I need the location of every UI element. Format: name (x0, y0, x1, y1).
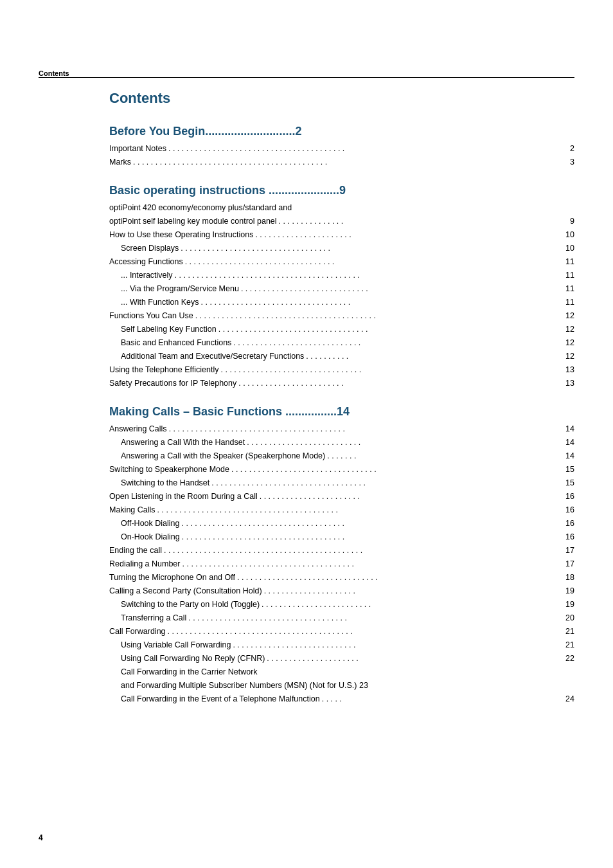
toc-entry: Answering a Call With the Handset . . . … (109, 436, 574, 449)
toc-entry: Ending the call . . . . . . . . . . . . … (109, 544, 574, 557)
toc-entry: Functions You Can Use . . . . . . . . . … (109, 309, 574, 322)
toc-entry: Accessing Functions . . . . . . . . . . … (109, 255, 574, 268)
section-heading-basic-operating: Basic operating instructions ...........… (109, 184, 574, 197)
toc-entry: Important Notes . . . . . . . . . . . . … (109, 142, 574, 155)
toc-entry: Self Labeling Key Function . . . . . . .… (109, 323, 574, 336)
toc-entry: Screen Displays . . . . . . . . . . . . … (109, 242, 574, 255)
toc-entry: Marks . . . . . . . . . . . . . . . . . … (109, 156, 574, 168)
toc-entry: Open Listening in the Room During a Call… (109, 490, 574, 503)
toc-entry: optiPoint 420 economy/economy plus/stand… (109, 201, 574, 214)
section-heading-making-calls: Making Calls – Basic Functions .........… (109, 405, 574, 419)
header-label: Contents (39, 69, 69, 77)
toc-entry: Transferring a Call . . . . . . . . . . … (109, 611, 574, 624)
toc-entry: ... Interactively . . . . . . . . . . . … (109, 269, 574, 282)
page-number: 4 (39, 833, 43, 842)
content-area: Contents Before You Begin...............… (109, 84, 574, 706)
toc-entry: Call Forwarding in the Event of a Teleph… (109, 692, 574, 705)
toc-entry: Using Variable Call Forwarding . . . . .… (109, 638, 574, 651)
toc-entry: Switching to the Party on Hold (Toggle) … (109, 598, 574, 611)
toc-entry: Additional Team and Executive/Secretary … (109, 350, 574, 363)
toc-entry: Answering Calls . . . . . . . . . . . . … (109, 422, 574, 435)
toc-entry: optiPoint self labeling key module contr… (109, 215, 574, 228)
main-title: Contents (109, 90, 574, 107)
toc-entry: Off-Hook Dialing . . . . . . . . . . . .… (109, 517, 574, 530)
toc-entry: Using the Telephone Efficiently . . . . … (109, 363, 574, 376)
toc-entry: Calling a Second Party (Consultation Hol… (109, 584, 574, 597)
toc-entry: ... With Function Keys . . . . . . . . .… (109, 296, 574, 309)
header-rule (39, 77, 574, 78)
toc-entry: Call Forwarding . . . . . . . . . . . . … (109, 625, 574, 638)
page-container: Contents Contents Before You Begin......… (0, 0, 613, 868)
toc-entry: Safety Precautions for IP Telephony . . … (109, 377, 574, 390)
toc-section-making-calls: Answering Calls . . . . . . . . . . . . … (109, 422, 574, 705)
toc-entry: Redialing a Number . . . . . . . . . . .… (109, 557, 574, 570)
toc-entry: On-Hook Dialing . . . . . . . . . . . . … (109, 530, 574, 543)
toc-entry: Making Calls . . . . . . . . . . . . . .… (109, 503, 574, 516)
toc-entry: and Forwarding Multiple Subscriber Numbe… (109, 679, 574, 692)
toc-entry: Basic and Enhanced Functions . . . . . .… (109, 336, 574, 349)
toc-section-basic-operating: optiPoint 420 economy/economy plus/stand… (109, 201, 574, 390)
toc-entry: How to Use these Operating Instructions … (109, 228, 574, 241)
toc-entry: ... Via the Program/Service Menu . . . .… (109, 282, 574, 295)
toc-entry: Using Call Forwarding No Reply (CFNR) . … (109, 652, 574, 665)
toc-entry: Switching to Speakerphone Mode . . . . .… (109, 463, 574, 476)
section-heading-before-you-begin: Before You Begin........................… (109, 125, 574, 138)
toc-section-before-you-begin: Important Notes . . . . . . . . . . . . … (109, 142, 574, 168)
toc-entry: Answering a Call with the Speaker (Speak… (109, 449, 574, 462)
toc-entry: Switching to the Handset . . . . . . . .… (109, 476, 574, 489)
toc-entry: Call Forwarding in the Carrier Network (109, 665, 574, 678)
toc-entry: Turning the Microphone On and Off . . . … (109, 571, 574, 584)
